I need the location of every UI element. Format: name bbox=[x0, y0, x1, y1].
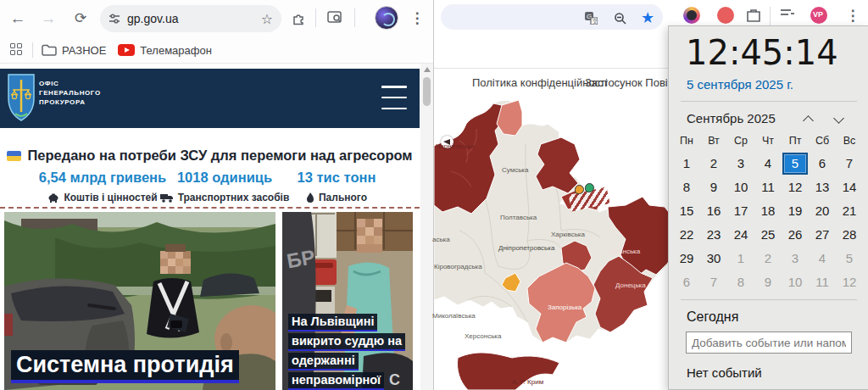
site-logo-text[interactable]: ОФІС ГЕНЕРАЛЬНОГО ПРОКУРОРА bbox=[39, 79, 101, 107]
url-text[interactable]: gp.gov.ua bbox=[127, 12, 261, 25]
scrollbar-up-icon[interactable] bbox=[424, 67, 431, 72]
extensions-clipboard-icon[interactable] bbox=[746, 8, 761, 23]
calendar-day[interactable]: 3 bbox=[728, 153, 754, 175]
card2-title-line[interactable]: викрито суддю на bbox=[288, 333, 405, 351]
calendar-day[interactable]: 16 bbox=[701, 200, 726, 222]
add-event-input[interactable] bbox=[686, 332, 852, 354]
folder-icon bbox=[42, 44, 57, 56]
calendar-day[interactable]: 6 bbox=[810, 153, 835, 175]
calendar-day[interactable]: 12 bbox=[782, 176, 808, 198]
reading-list-icon[interactable] bbox=[780, 8, 795, 21]
calendar-day[interactable]: 9 bbox=[755, 271, 781, 293]
forward-icon[interactable]: → bbox=[39, 9, 58, 28]
calendar-day[interactable]: 6 bbox=[674, 271, 699, 293]
calendar-day[interactable]: 10 bbox=[782, 271, 808, 293]
extensions-icon[interactable] bbox=[292, 11, 306, 25]
card1-title[interactable]: Системна протидія bbox=[11, 352, 239, 378]
hamburger-menu-icon[interactable] bbox=[381, 86, 407, 109]
calendar-day[interactable]: 4 bbox=[755, 153, 781, 175]
site-settings-icon[interactable] bbox=[108, 13, 120, 25]
zoom-out-icon[interactable] bbox=[614, 12, 627, 25]
calendar-day[interactable]: 14 bbox=[837, 176, 862, 198]
clock-date-link[interactable]: 5 сентября 2025 г. bbox=[687, 77, 793, 92]
reload-icon[interactable]: ⟳ bbox=[71, 9, 90, 28]
calendar-day[interactable]: 11 bbox=[755, 176, 781, 198]
calendar-day[interactable]: 2 bbox=[701, 153, 726, 175]
calendar-day[interactable]: 20 bbox=[810, 200, 835, 222]
calendar-day[interactable]: 23 bbox=[701, 224, 726, 246]
calendar-day[interactable]: 2 bbox=[755, 248, 781, 270]
calendar-day[interactable]: 5 bbox=[837, 248, 862, 270]
calendar-day[interactable]: 7 bbox=[701, 271, 726, 293]
calendar-day[interactable]: 8 bbox=[674, 176, 699, 198]
banner-title: Передано на потреби ЗСУ для перемоги над… bbox=[0, 148, 420, 164]
calendar-day[interactable]: 22 bbox=[674, 224, 699, 246]
left-scrollbar[interactable] bbox=[420, 64, 433, 390]
bookmark-star-icon[interactable]: ☆ bbox=[261, 11, 273, 27]
prosecutor-office-logo-icon[interactable] bbox=[7, 73, 36, 122]
calendar-day[interactable]: 10 bbox=[728, 176, 754, 198]
calendar-day[interactable]: 27 bbox=[810, 224, 835, 246]
flame-icon bbox=[306, 192, 314, 203]
right-address-bar[interactable]: G文 ★ bbox=[441, 4, 663, 30]
calendar-day[interactable]: 9 bbox=[701, 176, 726, 198]
card2-title-line[interactable]: На Львівщині bbox=[288, 314, 377, 332]
apps-grid-icon[interactable] bbox=[10, 43, 24, 57]
no-events-text: Нет событий bbox=[687, 365, 762, 380]
right-toolbar-separator bbox=[770, 7, 771, 25]
calendar-day[interactable]: 19 bbox=[782, 200, 808, 222]
tab-search-icon[interactable] bbox=[327, 10, 343, 25]
translate-icon[interactable]: G文 bbox=[585, 12, 598, 25]
card2-title-line[interactable]: одержанні bbox=[288, 353, 359, 370]
bookmarks-separator bbox=[32, 42, 33, 58]
stat-fuel: 13 тис тонн Пального bbox=[264, 170, 409, 203]
calendar-day[interactable]: 25 bbox=[755, 224, 781, 246]
right-profile-avatar[interactable]: VP bbox=[810, 7, 827, 24]
svg-text:文: 文 bbox=[593, 18, 598, 25]
calendar-day[interactable]: 26 bbox=[782, 224, 808, 246]
calendar-day[interactable]: 8 bbox=[728, 271, 754, 293]
calendar-day[interactable]: 28 bbox=[837, 224, 862, 246]
back-icon[interactable]: ← bbox=[8, 9, 27, 28]
bookmark-telemarafon[interactable]: Телемарафон bbox=[140, 44, 212, 57]
calendar-day-selected[interactable]: 5 bbox=[782, 153, 808, 175]
right-browser-menu-icon[interactable]: ⋮ bbox=[844, 7, 861, 25]
card2-title[interactable]: На Львівщинівикрито суддю наодержаннінеп… bbox=[288, 312, 405, 390]
bookmark-folder-raznoe[interactable]: РАЗНОЕ bbox=[62, 44, 106, 57]
profile-avatar[interactable] bbox=[375, 6, 398, 30]
bookmark-star-filled-icon[interactable]: ★ bbox=[641, 8, 654, 27]
calendar-next-month-icon[interactable] bbox=[833, 113, 844, 124]
news-card-2[interactable]: БР С На Львівщинівикрито суддю наодержан… bbox=[282, 212, 413, 390]
scrollbar-thumb[interactable] bbox=[423, 77, 431, 106]
address-bar[interactable]: gp.gov.ua ☆ bbox=[100, 5, 281, 32]
extension-red-icon[interactable] bbox=[717, 7, 734, 24]
calendar-day[interactable]: 11 bbox=[810, 271, 835, 293]
calendar-day[interactable]: 21 bbox=[837, 200, 862, 222]
calendar-day[interactable]: 30 bbox=[701, 248, 726, 270]
map-region-label: Полтавська bbox=[500, 214, 537, 221]
calendar-day[interactable]: 29 bbox=[674, 248, 699, 270]
calendar-day[interactable]: 1 bbox=[674, 153, 699, 175]
calendar-day[interactable]: 15 bbox=[674, 200, 699, 222]
calendar-day[interactable]: 4 bbox=[810, 248, 835, 270]
card2-title-line[interactable]: неправомірної bbox=[288, 372, 384, 390]
calendar-day[interactable]: 18 bbox=[755, 200, 781, 222]
calendar-prev-month-icon[interactable] bbox=[803, 115, 814, 126]
map-region-label: Сумська bbox=[502, 166, 528, 174]
svg-text:БР: БР bbox=[285, 245, 316, 272]
calendar-day[interactable]: 17 bbox=[728, 200, 754, 222]
map-region-label: Дніпропетровська bbox=[498, 244, 554, 252]
calendar-day[interactable]: 3 bbox=[782, 248, 808, 270]
news-card-1[interactable]: Системна протидія bbox=[4, 212, 275, 390]
calendar-day[interactable]: 1 bbox=[728, 248, 754, 270]
calendar-day[interactable]: 24 bbox=[728, 224, 754, 246]
calendar-day[interactable]: 13 bbox=[810, 176, 835, 198]
map-region-label: аська bbox=[432, 236, 450, 243]
calendar-day[interactable]: 12 bbox=[837, 271, 862, 293]
calendar-day[interactable]: 7 bbox=[837, 153, 862, 175]
browser-menu-icon[interactable]: ⋮ bbox=[409, 9, 426, 28]
extension-instagram-icon[interactable] bbox=[683, 7, 700, 24]
calendar-month-label[interactable]: Сентябрь 2025 bbox=[687, 111, 776, 125]
weekday-fri: Пт bbox=[782, 135, 809, 147]
bookmarks-bar: РАЗНОЕ Телемарафон bbox=[0, 37, 433, 64]
